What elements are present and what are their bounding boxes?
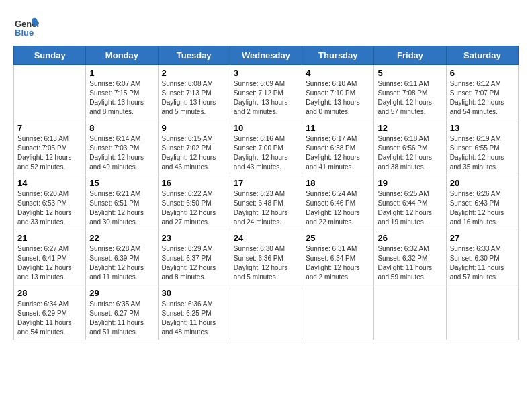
weekday-header-saturday: Saturday [446, 46, 518, 65]
day-number: 29 [89, 288, 154, 298]
day-number: 9 [162, 123, 226, 133]
day-number: 19 [378, 178, 442, 188]
day-number: 8 [89, 123, 154, 133]
weekday-header-row: SundayMondayTuesdayWednesdayThursdayFrid… [14, 46, 519, 65]
day-info: Sunrise: 6:35 AM Sunset: 6:27 PM Dayligh… [89, 300, 154, 337]
day-cell: 17Sunrise: 6:23 AM Sunset: 6:48 PM Dayli… [230, 175, 302, 230]
logo-icon: General Blue [13, 13, 39, 39]
day-info: Sunrise: 6:16 AM Sunset: 7:00 PM Dayligh… [234, 134, 298, 172]
day-cell: 23Sunrise: 6:29 AM Sunset: 6:37 PM Dayli… [158, 230, 230, 285]
day-number: 7 [17, 123, 82, 133]
day-number: 13 [450, 123, 515, 133]
svg-text:Blue: Blue [15, 28, 34, 38]
day-cell: 15Sunrise: 6:21 AM Sunset: 6:51 PM Dayli… [86, 175, 158, 230]
week-row-4: 21Sunrise: 6:27 AM Sunset: 6:41 PM Dayli… [14, 230, 519, 285]
day-info: Sunrise: 6:15 AM Sunset: 7:02 PM Dayligh… [162, 134, 226, 172]
day-cell: 1Sunrise: 6:07 AM Sunset: 7:15 PM Daylig… [86, 65, 158, 120]
day-number: 15 [89, 178, 154, 188]
day-info: Sunrise: 6:27 AM Sunset: 6:41 PM Dayligh… [17, 244, 82, 282]
day-number: 2 [162, 68, 226, 78]
day-number: 11 [306, 123, 370, 133]
weekday-header-thursday: Thursday [302, 46, 374, 65]
day-cell [14, 65, 86, 120]
day-info: Sunrise: 6:12 AM Sunset: 7:07 PM Dayligh… [450, 79, 515, 117]
day-cell: 25Sunrise: 6:31 AM Sunset: 6:34 PM Dayli… [302, 230, 374, 285]
day-cell: 20Sunrise: 6:26 AM Sunset: 6:43 PM Dayli… [446, 175, 518, 230]
day-cell: 4Sunrise: 6:10 AM Sunset: 7:10 PM Daylig… [302, 65, 374, 120]
day-number: 24 [234, 233, 298, 243]
day-info: Sunrise: 6:36 AM Sunset: 6:25 PM Dayligh… [162, 300, 226, 337]
day-cell: 26Sunrise: 6:32 AM Sunset: 6:32 PM Dayli… [374, 230, 446, 285]
day-info: Sunrise: 6:30 AM Sunset: 6:36 PM Dayligh… [234, 244, 298, 282]
day-number: 25 [306, 233, 370, 243]
day-number: 4 [306, 68, 370, 78]
day-cell: 2Sunrise: 6:08 AM Sunset: 7:13 PM Daylig… [158, 65, 230, 120]
day-number: 17 [234, 178, 298, 188]
day-info: Sunrise: 6:10 AM Sunset: 7:10 PM Dayligh… [306, 79, 370, 117]
day-cell: 10Sunrise: 6:16 AM Sunset: 7:00 PM Dayli… [230, 120, 302, 175]
day-cell: 7Sunrise: 6:13 AM Sunset: 7:05 PM Daylig… [14, 120, 86, 175]
day-number: 1 [89, 68, 154, 78]
day-info: Sunrise: 6:20 AM Sunset: 6:53 PM Dayligh… [17, 189, 82, 227]
day-number: 18 [306, 178, 370, 188]
day-info: Sunrise: 6:22 AM Sunset: 6:50 PM Dayligh… [162, 189, 226, 227]
day-number: 21 [17, 233, 82, 243]
week-row-5: 28Sunrise: 6:34 AM Sunset: 6:29 PM Dayli… [14, 285, 519, 340]
day-number: 3 [234, 68, 298, 78]
day-cell: 12Sunrise: 6:18 AM Sunset: 6:56 PM Dayli… [374, 120, 446, 175]
day-number: 10 [234, 123, 298, 133]
day-info: Sunrise: 6:32 AM Sunset: 6:32 PM Dayligh… [378, 244, 442, 282]
day-cell [446, 285, 518, 340]
page-header: General Blue [13, 13, 519, 39]
day-number: 27 [450, 233, 515, 243]
day-number: 28 [17, 288, 82, 298]
day-cell: 22Sunrise: 6:28 AM Sunset: 6:39 PM Dayli… [86, 230, 158, 285]
weekday-header-monday: Monday [86, 46, 158, 65]
day-info: Sunrise: 6:34 AM Sunset: 6:29 PM Dayligh… [17, 300, 82, 337]
weekday-header-wednesday: Wednesday [230, 46, 302, 65]
day-number: 14 [17, 178, 82, 188]
day-cell: 5Sunrise: 6:11 AM Sunset: 7:08 PM Daylig… [374, 65, 446, 120]
day-cell: 14Sunrise: 6:20 AM Sunset: 6:53 PM Dayli… [14, 175, 86, 230]
day-cell: 3Sunrise: 6:09 AM Sunset: 7:12 PM Daylig… [230, 65, 302, 120]
day-number: 20 [450, 178, 515, 188]
day-cell: 16Sunrise: 6:22 AM Sunset: 6:50 PM Dayli… [158, 175, 230, 230]
week-row-3: 14Sunrise: 6:20 AM Sunset: 6:53 PM Dayli… [14, 175, 519, 230]
day-cell: 24Sunrise: 6:30 AM Sunset: 6:36 PM Dayli… [230, 230, 302, 285]
day-cell: 11Sunrise: 6:17 AM Sunset: 6:58 PM Dayli… [302, 120, 374, 175]
day-number: 12 [378, 123, 442, 133]
day-info: Sunrise: 6:17 AM Sunset: 6:58 PM Dayligh… [306, 134, 370, 172]
day-info: Sunrise: 6:09 AM Sunset: 7:12 PM Dayligh… [234, 79, 298, 117]
calendar-table: SundayMondayTuesdayWednesdayThursdayFrid… [13, 46, 519, 340]
logo: General Blue [13, 13, 39, 39]
weekday-header-tuesday: Tuesday [158, 46, 230, 65]
day-number: 26 [378, 233, 442, 243]
day-cell: 29Sunrise: 6:35 AM Sunset: 6:27 PM Dayli… [86, 285, 158, 340]
day-cell: 6Sunrise: 6:12 AM Sunset: 7:07 PM Daylig… [446, 65, 518, 120]
day-cell: 19Sunrise: 6:25 AM Sunset: 6:44 PM Dayli… [374, 175, 446, 230]
weekday-header-sunday: Sunday [14, 46, 86, 65]
day-info: Sunrise: 6:31 AM Sunset: 6:34 PM Dayligh… [306, 244, 370, 282]
day-number: 16 [162, 178, 226, 188]
day-number: 5 [378, 68, 442, 78]
day-info: Sunrise: 6:19 AM Sunset: 6:55 PM Dayligh… [450, 134, 515, 172]
day-number: 23 [162, 233, 226, 243]
day-cell: 28Sunrise: 6:34 AM Sunset: 6:29 PM Dayli… [14, 285, 86, 340]
day-info: Sunrise: 6:14 AM Sunset: 7:03 PM Dayligh… [89, 134, 154, 172]
day-info: Sunrise: 6:11 AM Sunset: 7:08 PM Dayligh… [378, 79, 442, 117]
day-info: Sunrise: 6:07 AM Sunset: 7:15 PM Dayligh… [89, 79, 154, 117]
day-info: Sunrise: 6:26 AM Sunset: 6:43 PM Dayligh… [450, 189, 515, 227]
day-number: 30 [162, 288, 226, 298]
day-info: Sunrise: 6:25 AM Sunset: 6:44 PM Dayligh… [378, 189, 442, 227]
day-cell: 30Sunrise: 6:36 AM Sunset: 6:25 PM Dayli… [158, 285, 230, 340]
weekday-header-friday: Friday [374, 46, 446, 65]
day-number: 6 [450, 68, 515, 78]
day-cell: 27Sunrise: 6:33 AM Sunset: 6:30 PM Dayli… [446, 230, 518, 285]
day-info: Sunrise: 6:08 AM Sunset: 7:13 PM Dayligh… [162, 79, 226, 117]
day-cell: 8Sunrise: 6:14 AM Sunset: 7:03 PM Daylig… [86, 120, 158, 175]
week-row-1: 1Sunrise: 6:07 AM Sunset: 7:15 PM Daylig… [14, 65, 519, 120]
day-number: 22 [89, 233, 154, 243]
day-cell [374, 285, 446, 340]
day-cell: 18Sunrise: 6:24 AM Sunset: 6:46 PM Dayli… [302, 175, 374, 230]
day-info: Sunrise: 6:29 AM Sunset: 6:37 PM Dayligh… [162, 244, 226, 282]
